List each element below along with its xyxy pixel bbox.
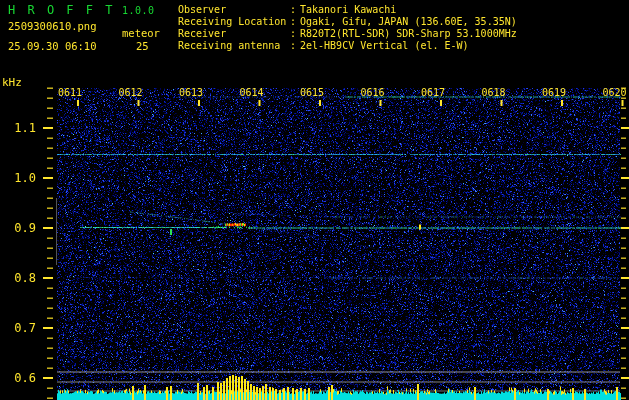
time-label-0619: 0619 xyxy=(532,87,566,98)
info-label: Observer xyxy=(178,4,290,16)
info-label: Receiving antenna xyxy=(178,40,290,52)
info-row-receiver: Receiver:R820T2(RTL-SDR) SDR-Sharp 53.10… xyxy=(178,28,517,40)
time-label-0618: 0618 xyxy=(472,87,506,98)
info-separator: : xyxy=(290,16,300,28)
info-row-antenna: Receiving antenna:2el-HB9CV Vertical (el… xyxy=(178,40,517,52)
time-label-0611: 0611 xyxy=(48,87,82,98)
freq-label-1.0: 1.0 xyxy=(0,171,36,185)
observer-info-table: Observer:Takanori Kawachi Receiving Loca… xyxy=(178,4,517,52)
app-title: H R O F F T xyxy=(8,3,115,17)
info-label: Receiver xyxy=(178,28,290,40)
freq-label-0.8: 0.8 xyxy=(0,271,36,285)
time-label-0620: 0620 xyxy=(593,87,627,98)
time-label-0617: 0617 xyxy=(411,87,445,98)
info-value: R820T2(RTL-SDR) SDR-Sharp 53.1000MHz xyxy=(300,28,517,40)
freq-axis-unit: kHz xyxy=(2,76,22,89)
info-value: 2el-HB9CV Vertical (el. E-W) xyxy=(300,40,517,52)
info-label: Receiving Location xyxy=(178,16,290,28)
mode-label: meteor xyxy=(122,27,160,39)
frame-datetime: 25.09.30 06:10 xyxy=(8,40,97,52)
info-separator: : xyxy=(290,40,300,52)
output-filename: 2509300610.png xyxy=(8,20,97,32)
app-version: 1.0.0 xyxy=(122,5,155,16)
info-separator: : xyxy=(290,28,300,40)
info-row-location: Receiving Location:Ogaki, Gifu, JAPAN (1… xyxy=(178,16,517,28)
info-row-observer: Observer:Takanori Kawachi xyxy=(178,4,517,16)
time-label-0614: 0614 xyxy=(230,87,264,98)
time-label-0612: 0612 xyxy=(109,87,143,98)
hrofft-window: H R O F F T 1.0.0 2509300610.png meteor … xyxy=(0,0,629,400)
info-separator: : xyxy=(290,4,300,16)
freq-label-0.7: 0.7 xyxy=(0,321,36,335)
freq-label-0.6: 0.6 xyxy=(0,371,36,385)
echo-count: 25 xyxy=(136,40,149,52)
info-value: Ogaki, Gifu, JAPAN (136.60E, 35.35N) xyxy=(300,16,517,28)
spectrogram-canvas xyxy=(0,0,629,400)
freq-label-0.9: 0.9 xyxy=(0,221,36,235)
time-label-0613: 0613 xyxy=(169,87,203,98)
info-value: Takanori Kawachi xyxy=(300,4,517,16)
time-label-0616: 0616 xyxy=(351,87,385,98)
freq-label-1.1: 1.1 xyxy=(0,121,36,135)
time-label-0615: 0615 xyxy=(290,87,324,98)
